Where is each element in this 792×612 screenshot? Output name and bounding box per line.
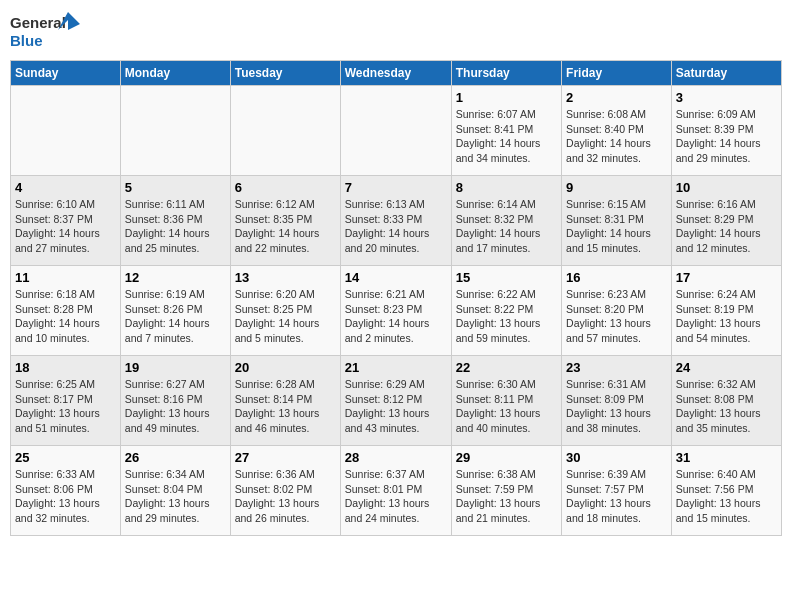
day-info: Sunrise: 6:24 AM Sunset: 8:19 PM Dayligh… bbox=[676, 287, 777, 346]
day-number: 10 bbox=[676, 180, 777, 195]
calendar-cell: 28Sunrise: 6:37 AM Sunset: 8:01 PM Dayli… bbox=[340, 446, 451, 536]
day-number: 7 bbox=[345, 180, 447, 195]
calendar-week-row: 1Sunrise: 6:07 AM Sunset: 8:41 PM Daylig… bbox=[11, 86, 782, 176]
day-info: Sunrise: 6:10 AM Sunset: 8:37 PM Dayligh… bbox=[15, 197, 116, 256]
day-number: 23 bbox=[566, 360, 667, 375]
day-number: 3 bbox=[676, 90, 777, 105]
calendar-cell bbox=[230, 86, 340, 176]
calendar-cell: 29Sunrise: 6:38 AM Sunset: 7:59 PM Dayli… bbox=[451, 446, 561, 536]
calendar-cell: 9Sunrise: 6:15 AM Sunset: 8:31 PM Daylig… bbox=[562, 176, 672, 266]
calendar-cell: 18Sunrise: 6:25 AM Sunset: 8:17 PM Dayli… bbox=[11, 356, 121, 446]
day-info: Sunrise: 6:18 AM Sunset: 8:28 PM Dayligh… bbox=[15, 287, 116, 346]
day-info: Sunrise: 6:40 AM Sunset: 7:56 PM Dayligh… bbox=[676, 467, 777, 526]
col-header-thursday: Thursday bbox=[451, 61, 561, 86]
day-number: 30 bbox=[566, 450, 667, 465]
day-number: 5 bbox=[125, 180, 226, 195]
calendar-cell: 15Sunrise: 6:22 AM Sunset: 8:22 PM Dayli… bbox=[451, 266, 561, 356]
day-number: 26 bbox=[125, 450, 226, 465]
calendar-cell: 4Sunrise: 6:10 AM Sunset: 8:37 PM Daylig… bbox=[11, 176, 121, 266]
day-info: Sunrise: 6:14 AM Sunset: 8:32 PM Dayligh… bbox=[456, 197, 557, 256]
calendar-cell: 16Sunrise: 6:23 AM Sunset: 8:20 PM Dayli… bbox=[562, 266, 672, 356]
day-number: 31 bbox=[676, 450, 777, 465]
col-header-friday: Friday bbox=[562, 61, 672, 86]
day-number: 14 bbox=[345, 270, 447, 285]
day-info: Sunrise: 6:15 AM Sunset: 8:31 PM Dayligh… bbox=[566, 197, 667, 256]
calendar-cell: 13Sunrise: 6:20 AM Sunset: 8:25 PM Dayli… bbox=[230, 266, 340, 356]
calendar-cell: 26Sunrise: 6:34 AM Sunset: 8:04 PM Dayli… bbox=[120, 446, 230, 536]
day-number: 22 bbox=[456, 360, 557, 375]
day-info: Sunrise: 6:13 AM Sunset: 8:33 PM Dayligh… bbox=[345, 197, 447, 256]
calendar-cell: 1Sunrise: 6:07 AM Sunset: 8:41 PM Daylig… bbox=[451, 86, 561, 176]
day-number: 9 bbox=[566, 180, 667, 195]
day-info: Sunrise: 6:27 AM Sunset: 8:16 PM Dayligh… bbox=[125, 377, 226, 436]
day-info: Sunrise: 6:11 AM Sunset: 8:36 PM Dayligh… bbox=[125, 197, 226, 256]
day-info: Sunrise: 6:22 AM Sunset: 8:22 PM Dayligh… bbox=[456, 287, 557, 346]
day-number: 27 bbox=[235, 450, 336, 465]
day-number: 28 bbox=[345, 450, 447, 465]
calendar-table: SundayMondayTuesdayWednesdayThursdayFrid… bbox=[10, 60, 782, 536]
col-header-sunday: Sunday bbox=[11, 61, 121, 86]
day-info: Sunrise: 6:20 AM Sunset: 8:25 PM Dayligh… bbox=[235, 287, 336, 346]
calendar-cell: 31Sunrise: 6:40 AM Sunset: 7:56 PM Dayli… bbox=[671, 446, 781, 536]
day-number: 1 bbox=[456, 90, 557, 105]
calendar-cell: 27Sunrise: 6:36 AM Sunset: 8:02 PM Dayli… bbox=[230, 446, 340, 536]
day-number: 17 bbox=[676, 270, 777, 285]
day-number: 19 bbox=[125, 360, 226, 375]
calendar-cell bbox=[120, 86, 230, 176]
day-info: Sunrise: 6:34 AM Sunset: 8:04 PM Dayligh… bbox=[125, 467, 226, 526]
col-header-wednesday: Wednesday bbox=[340, 61, 451, 86]
day-info: Sunrise: 6:25 AM Sunset: 8:17 PM Dayligh… bbox=[15, 377, 116, 436]
calendar-cell: 20Sunrise: 6:28 AM Sunset: 8:14 PM Dayli… bbox=[230, 356, 340, 446]
day-number: 18 bbox=[15, 360, 116, 375]
day-info: Sunrise: 6:29 AM Sunset: 8:12 PM Dayligh… bbox=[345, 377, 447, 436]
day-info: Sunrise: 6:12 AM Sunset: 8:35 PM Dayligh… bbox=[235, 197, 336, 256]
calendar-week-row: 18Sunrise: 6:25 AM Sunset: 8:17 PM Dayli… bbox=[11, 356, 782, 446]
day-info: Sunrise: 6:07 AM Sunset: 8:41 PM Dayligh… bbox=[456, 107, 557, 166]
day-number: 29 bbox=[456, 450, 557, 465]
day-info: Sunrise: 6:28 AM Sunset: 8:14 PM Dayligh… bbox=[235, 377, 336, 436]
col-header-tuesday: Tuesday bbox=[230, 61, 340, 86]
calendar-cell: 25Sunrise: 6:33 AM Sunset: 8:06 PM Dayli… bbox=[11, 446, 121, 536]
day-info: Sunrise: 6:31 AM Sunset: 8:09 PM Dayligh… bbox=[566, 377, 667, 436]
day-number: 13 bbox=[235, 270, 336, 285]
day-info: Sunrise: 6:19 AM Sunset: 8:26 PM Dayligh… bbox=[125, 287, 226, 346]
day-number: 8 bbox=[456, 180, 557, 195]
day-info: Sunrise: 6:33 AM Sunset: 8:06 PM Dayligh… bbox=[15, 467, 116, 526]
day-info: Sunrise: 6:36 AM Sunset: 8:02 PM Dayligh… bbox=[235, 467, 336, 526]
day-number: 20 bbox=[235, 360, 336, 375]
day-info: Sunrise: 6:39 AM Sunset: 7:57 PM Dayligh… bbox=[566, 467, 667, 526]
day-info: Sunrise: 6:38 AM Sunset: 7:59 PM Dayligh… bbox=[456, 467, 557, 526]
calendar-cell: 6Sunrise: 6:12 AM Sunset: 8:35 PM Daylig… bbox=[230, 176, 340, 266]
calendar-cell: 23Sunrise: 6:31 AM Sunset: 8:09 PM Dayli… bbox=[562, 356, 672, 446]
calendar-cell: 10Sunrise: 6:16 AM Sunset: 8:29 PM Dayli… bbox=[671, 176, 781, 266]
col-header-monday: Monday bbox=[120, 61, 230, 86]
day-number: 21 bbox=[345, 360, 447, 375]
calendar-cell: 21Sunrise: 6:29 AM Sunset: 8:12 PM Dayli… bbox=[340, 356, 451, 446]
day-number: 11 bbox=[15, 270, 116, 285]
calendar-cell bbox=[11, 86, 121, 176]
day-number: 2 bbox=[566, 90, 667, 105]
calendar-cell: 17Sunrise: 6:24 AM Sunset: 8:19 PM Dayli… bbox=[671, 266, 781, 356]
day-info: Sunrise: 6:21 AM Sunset: 8:23 PM Dayligh… bbox=[345, 287, 447, 346]
calendar-cell: 3Sunrise: 6:09 AM Sunset: 8:39 PM Daylig… bbox=[671, 86, 781, 176]
col-header-saturday: Saturday bbox=[671, 61, 781, 86]
logo-svg: GeneralBlue bbox=[10, 10, 80, 52]
calendar-cell: 14Sunrise: 6:21 AM Sunset: 8:23 PM Dayli… bbox=[340, 266, 451, 356]
svg-text:General: General bbox=[10, 14, 66, 31]
calendar-week-row: 11Sunrise: 6:18 AM Sunset: 8:28 PM Dayli… bbox=[11, 266, 782, 356]
calendar-week-row: 4Sunrise: 6:10 AM Sunset: 8:37 PM Daylig… bbox=[11, 176, 782, 266]
svg-text:Blue: Blue bbox=[10, 32, 43, 49]
header: GeneralBlue bbox=[10, 10, 782, 52]
calendar-cell: 19Sunrise: 6:27 AM Sunset: 8:16 PM Dayli… bbox=[120, 356, 230, 446]
day-number: 25 bbox=[15, 450, 116, 465]
calendar-cell: 24Sunrise: 6:32 AM Sunset: 8:08 PM Dayli… bbox=[671, 356, 781, 446]
calendar-cell: 22Sunrise: 6:30 AM Sunset: 8:11 PM Dayli… bbox=[451, 356, 561, 446]
day-number: 12 bbox=[125, 270, 226, 285]
day-info: Sunrise: 6:32 AM Sunset: 8:08 PM Dayligh… bbox=[676, 377, 777, 436]
day-info: Sunrise: 6:37 AM Sunset: 8:01 PM Dayligh… bbox=[345, 467, 447, 526]
day-number: 6 bbox=[235, 180, 336, 195]
calendar-cell: 8Sunrise: 6:14 AM Sunset: 8:32 PM Daylig… bbox=[451, 176, 561, 266]
calendar-cell: 30Sunrise: 6:39 AM Sunset: 7:57 PM Dayli… bbox=[562, 446, 672, 536]
calendar-cell: 11Sunrise: 6:18 AM Sunset: 8:28 PM Dayli… bbox=[11, 266, 121, 356]
day-info: Sunrise: 6:08 AM Sunset: 8:40 PM Dayligh… bbox=[566, 107, 667, 166]
